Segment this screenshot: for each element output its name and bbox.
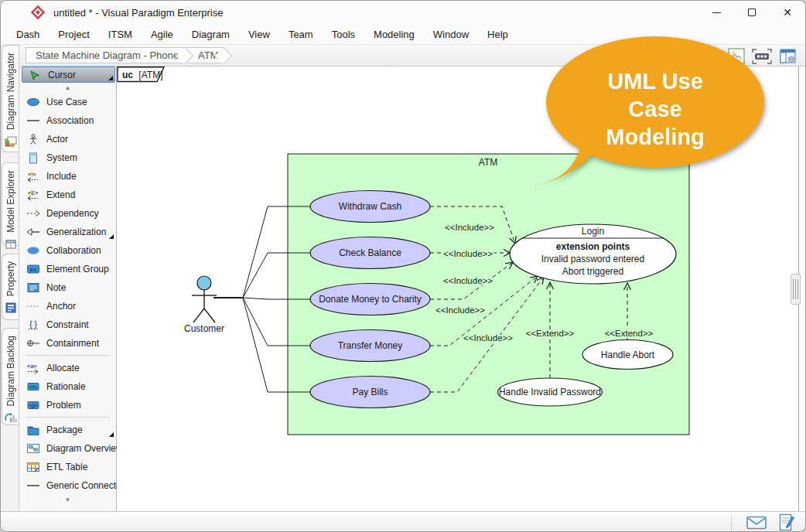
menu-itsm[interactable]: ITSM	[99, 26, 142, 43]
include-label: <<Include>>	[435, 305, 485, 315]
palette-item-association[interactable]: Association	[19, 111, 116, 130]
actor-head[interactable]	[197, 276, 211, 290]
include-label: <<Include>>	[463, 333, 513, 343]
palette-item-allocate[interactable]: «a» Allocate	[19, 359, 116, 377]
menu-view[interactable]: View	[239, 26, 279, 43]
generalization-icon	[26, 227, 40, 238]
palette-item-containment[interactable]: Containment	[19, 334, 116, 353]
extension-point-invalid-password: Invalid password entered	[541, 254, 644, 264]
use-case-label: Donate Money to Charity	[319, 294, 422, 305]
palette-scroll-down[interactable]: ▼	[19, 495, 116, 505]
use-case-donate-money[interactable]: Donate Money to Charity	[310, 284, 430, 315]
element-group-icon: EG	[26, 264, 40, 275]
extension-point-abort: Abort triggered	[562, 266, 623, 277]
mail-icon[interactable]	[746, 516, 767, 530]
menu-modeling[interactable]: Modeling	[364, 26, 424, 43]
palette-item-problem[interactable]: <p> Problem	[19, 396, 116, 414]
use-case-icon	[26, 97, 40, 108]
cursor-icon	[28, 69, 42, 80]
visual-paradigm-logo-icon	[30, 5, 46, 20]
sidebar-tab-label: Diagram Backlog	[5, 336, 16, 406]
sidebar-tab-property[interactable]: Property	[2, 254, 19, 320]
rationale-icon: <r>	[26, 381, 40, 393]
use-case-label: Handle Abort	[601, 350, 655, 360]
use-case-transfer-money[interactable]: Transfer Money	[310, 330, 430, 362]
svg-text:<p>: <p>	[29, 403, 37, 409]
sidebar-tab-diagram-navigator[interactable]: Diagram Navigator	[2, 45, 19, 152]
breadcrumb-item-parent[interactable]: State Machine Diagram - Phone	[26, 47, 185, 63]
panel-collapse-handle[interactable]	[791, 274, 801, 305]
sidebar-tab-label: Property	[5, 261, 16, 296]
extend-icon: «E»	[26, 189, 40, 201]
palette-item-actor[interactable]: Actor	[19, 130, 116, 148]
menu-window[interactable]: Window	[424, 26, 478, 43]
use-case-handle-abort[interactable]: Handle Abort	[582, 340, 673, 370]
svg-text:«!»: «!»	[28, 171, 36, 178]
use-case-login[interactable]: Login extension points Invalid password …	[510, 224, 676, 284]
palette-item-note[interactable]: Note	[19, 278, 116, 297]
extend-label: <<Extend>>	[605, 329, 654, 338]
palette-divider	[26, 355, 110, 356]
palette-item-use-case[interactable]: Use Case	[19, 93, 116, 111]
menu-tools[interactable]: Tools	[323, 26, 364, 43]
use-case-label: Withdraw Cash	[339, 201, 401, 212]
extension-points-title: extension points	[556, 241, 630, 252]
collaboration-icon	[26, 245, 40, 257]
bubble-line-2: Case	[628, 97, 681, 121]
layer-panel-icon[interactable]	[779, 48, 797, 65]
palette-scroll-up[interactable]: ▲	[19, 83, 116, 93]
use-case-label: Handle Invalid Password	[499, 387, 601, 397]
note-icon	[26, 282, 40, 294]
use-case-handle-invalid-password[interactable]: Handle Invalid Password	[498, 378, 603, 406]
palette-item-constraint[interactable]: { } Constraint	[19, 315, 116, 334]
palette-item-extend[interactable]: «E» Extend	[19, 186, 116, 204]
close-button[interactable]: ✕	[770, 1, 805, 24]
package-icon	[26, 425, 40, 436]
palette-item-package[interactable]: Package	[19, 421, 116, 439]
include-label: <<Include>>	[443, 276, 493, 285]
menu-dash[interactable]: Dash	[7, 26, 49, 43]
svg-text:EG: EG	[30, 268, 37, 272]
menu-agile[interactable]: Agile	[142, 26, 183, 43]
actor-customer[interactable]: Customer	[184, 276, 224, 334]
minimize-icon	[712, 12, 721, 13]
palette-item-diagram-overview[interactable]: Diagram Overview	[19, 439, 116, 458]
palette-item-rationale[interactable]: <r> Rationale	[19, 377, 116, 396]
palette-item-etl-table[interactable]: ETL Table	[19, 458, 116, 476]
palette-item-include[interactable]: «!» Include	[19, 167, 116, 186]
palette-item-cursor[interactable]: Cursor	[22, 66, 115, 83]
palette-item-generic-connector[interactable]: Generic Connector	[19, 476, 116, 495]
statusbar-separator	[731, 515, 732, 530]
palette-item-anchor[interactable]: Anchor	[19, 297, 116, 315]
bubble-line-3: Modeling	[606, 124, 704, 149]
palette-item-element-group[interactable]: EG Element Group	[19, 260, 116, 278]
problem-icon: <p>	[26, 400, 40, 411]
model-explorer-icon	[5, 238, 17, 251]
use-case-check-balance[interactable]: Check Balance	[310, 237, 430, 269]
sidebar-tab-diagram-backlog[interactable]: Diagram Backlog	[2, 328, 19, 425]
palette-item-label: Cursor	[48, 70, 76, 80]
menu-diagram[interactable]: Diagram	[183, 26, 239, 43]
property-icon	[5, 302, 17, 314]
menu-project[interactable]: Project	[49, 26, 98, 43]
use-case-withdraw-cash[interactable]: Withdraw Cash	[310, 191, 430, 223]
palette-item-system[interactable]: System	[19, 148, 116, 167]
use-case-pay-bills[interactable]: Pay Bills	[310, 377, 430, 408]
sidebar-tab-model-explorer[interactable]: Model Explorer	[2, 162, 19, 246]
palette-item-dependency[interactable]: Dependency	[19, 204, 116, 223]
actor-icon	[26, 134, 40, 145]
diagram-frame-tab[interactable]: uc [ATM]	[118, 67, 164, 82]
menu-team[interactable]: Team	[279, 26, 323, 43]
svg-text:«a»: «a»	[27, 363, 37, 370]
maximize-button[interactable]	[734, 1, 770, 24]
menu-help[interactable]: Help	[478, 26, 517, 43]
maximize-icon	[748, 9, 756, 16]
edit-note-icon[interactable]	[779, 513, 794, 531]
palette-item-generalization[interactable]: Generalization	[19, 223, 116, 241]
flyout-corner-icon	[108, 76, 113, 80]
minimize-button[interactable]	[698, 1, 734, 24]
sidebar-tab-label: Model Explorer	[5, 170, 16, 233]
palette-divider	[26, 417, 110, 418]
palette-item-collaboration[interactable]: Collaboration	[19, 241, 116, 260]
actor-body	[192, 290, 217, 322]
